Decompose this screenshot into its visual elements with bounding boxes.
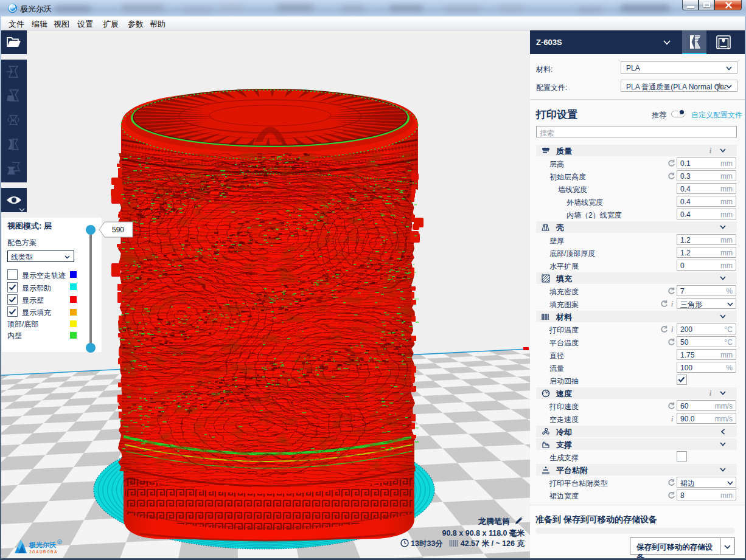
svg-text:JGAURORA: JGAURORA [29, 550, 58, 554]
svg-text:R: R [58, 541, 61, 544]
svg-text:590: 590 [112, 226, 124, 234]
svg-text:极光尔沃: 极光尔沃 [29, 541, 57, 548]
